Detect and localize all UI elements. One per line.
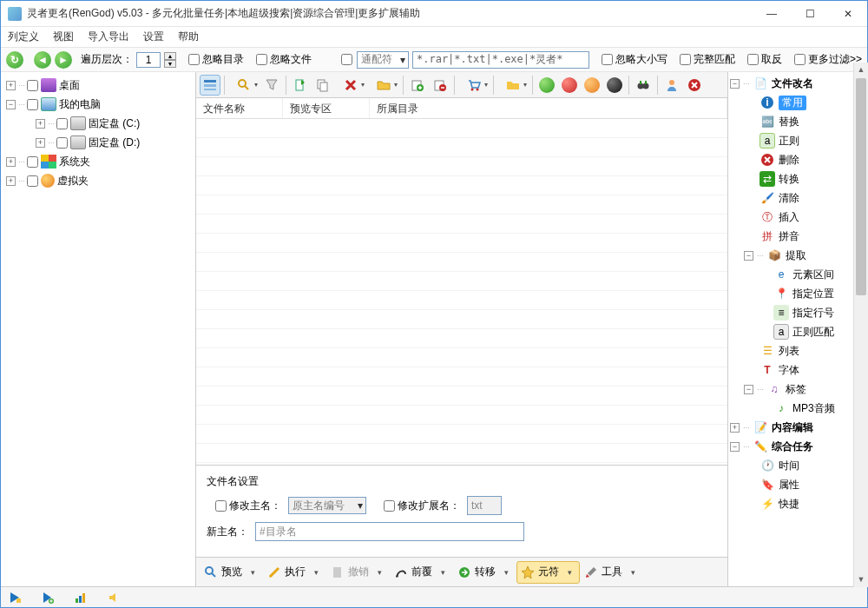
rp-font[interactable]: T字体	[730, 360, 865, 380]
tree-disk-d[interactable]: +⋯固定盘 (D:)	[3, 133, 194, 152]
rp-clear[interactable]: 🖌️清除	[730, 188, 865, 208]
tree-disk-c[interactable]: +⋯固定盘 (C:)	[3, 114, 194, 133]
minimize-button[interactable]: —	[760, 5, 784, 23]
rp-convert[interactable]: ⇄转换	[730, 169, 865, 188]
rp-common[interactable]: i常用	[730, 93, 865, 112]
ext-input[interactable]	[467, 496, 502, 515]
task-tree[interactable]: −⋯📄文件改名 i常用 🔤替换 a正则 删除 ⇄转换 🖌️清除 Ⓣ插入 拼拼音 …	[728, 72, 867, 586]
remove-button[interactable]	[430, 75, 450, 96]
rp-insert[interactable]: Ⓣ插入	[730, 208, 865, 227]
maximize-button[interactable]: ☐	[798, 5, 822, 23]
main-name-type-combo[interactable]: 原主名编号	[288, 497, 366, 514]
tree-system[interactable]: +⋯系统夹	[3, 152, 194, 171]
modify-ext-checkbox[interactable]: 修改扩展名：	[384, 499, 460, 513]
search-button[interactable]	[228, 75, 260, 96]
tools-button[interactable]: 工具	[580, 561, 643, 584]
rp-specify-line[interactable]: ≡指定行号	[730, 303, 865, 322]
preview-button[interactable]: 预览	[200, 561, 263, 584]
rp-rename[interactable]: −⋯📄文件改名	[730, 74, 865, 93]
col-preview[interactable]: 预览专区	[283, 98, 370, 118]
meta-button[interactable]: 元符	[516, 561, 580, 584]
wildcard-checkbox[interactable]: 通配符	[341, 51, 409, 69]
nav-forward-button[interactable]: ►	[55, 51, 72, 69]
tree-computer[interactable]: −⋯我的电脑	[3, 95, 194, 114]
error-button[interactable]	[684, 75, 705, 96]
menu-view[interactable]: 视图	[53, 30, 74, 44]
rp-shortcut[interactable]: ⚡快捷	[730, 494, 865, 513]
invert-checkbox[interactable]: 取反	[747, 52, 782, 67]
rp-delete[interactable]: 删除	[730, 150, 865, 169]
stop-button[interactable]	[559, 75, 580, 96]
rp-regex-match[interactable]: a正则匹配	[730, 322, 865, 341]
menu-columns[interactable]: 列定义	[8, 30, 39, 44]
rp-attr[interactable]: 🔖属性	[730, 475, 865, 494]
rp-mp3[interactable]: ♪MP3音频	[730, 399, 865, 418]
rp-list[interactable]: ☰列表	[730, 341, 865, 360]
svg-text:i: i	[766, 96, 768, 109]
col-filename[interactable]: 文件名称	[196, 98, 283, 118]
pause-button[interactable]	[582, 75, 602, 96]
copy-button[interactable]	[312, 75, 333, 96]
rp-element-range[interactable]: e元素区间	[730, 265, 865, 284]
svg-rect-0	[204, 80, 216, 83]
rp-regex[interactable]: a正则	[730, 131, 865, 150]
svg-line-4	[245, 86, 248, 89]
col-dir[interactable]: 所属目录	[370, 98, 727, 118]
delete-button[interactable]	[335, 75, 366, 96]
rp-pinyin[interactable]: 拼拼音	[730, 227, 865, 246]
export-button[interactable]	[290, 75, 311, 96]
binoculars-button[interactable]	[633, 75, 654, 96]
rp-composite[interactable]: −⋯✏️综合任务	[730, 437, 865, 456]
ignore-dir-checkbox[interactable]: 忽略目录	[188, 52, 244, 67]
rp-content-edit[interactable]: +⋯📝内容编辑	[730, 418, 865, 437]
rp-tag[interactable]: −⋯♫标签	[730, 380, 865, 399]
sb-sound-icon[interactable]	[107, 591, 121, 605]
sb-play-icon[interactable]	[8, 591, 22, 605]
sb-play-add-icon[interactable]	[41, 591, 55, 605]
scrollbar-thumb[interactable]	[856, 78, 866, 295]
view-list-button[interactable]	[200, 75, 220, 96]
undo-button[interactable]: 撤销	[326, 561, 390, 584]
scrollbar-vertical[interactable]: ▲ ▼	[853, 63, 868, 587]
menu-help[interactable]: 帮助	[178, 30, 199, 44]
go-button[interactable]	[536, 75, 557, 96]
tree-virtual[interactable]: +⋯虚拟夹	[3, 171, 194, 190]
user-button[interactable]	[661, 75, 682, 96]
menu-import-export[interactable]: 导入导出	[88, 30, 129, 44]
new-main-label: 新主名：	[207, 525, 248, 539]
rp-replace[interactable]: 🔤替换	[730, 112, 865, 131]
cart-button[interactable]	[458, 75, 490, 96]
add-button[interactable]	[407, 75, 428, 96]
ignore-file-checkbox[interactable]: 忽略文件	[256, 52, 312, 67]
open-folder-button[interactable]	[368, 75, 399, 96]
filter-pattern-input[interactable]	[412, 51, 589, 69]
forward-button[interactable]: 前覆	[390, 561, 453, 584]
refresh-button[interactable]: ↻	[6, 51, 23, 69]
rp-time[interactable]: 🕐时间	[730, 456, 865, 475]
rp-specify-pos[interactable]: 📍指定位置	[730, 284, 865, 303]
rp-extract[interactable]: −⋯📦提取	[730, 246, 865, 265]
close-button[interactable]: ✕	[836, 5, 860, 23]
filter-clear-button[interactable]	[261, 75, 282, 96]
app-icon	[8, 7, 22, 21]
more-filter-checkbox[interactable]: 更多过滤>>	[794, 52, 862, 67]
record-button[interactable]	[604, 75, 625, 96]
menu-settings[interactable]: 设置	[143, 30, 164, 44]
depth-spinner[interactable]: ▲▼	[164, 52, 176, 68]
full-match-checkbox[interactable]: 完整匹配	[680, 52, 735, 67]
folder-action-button[interactable]	[497, 75, 529, 96]
ignore-case-checkbox[interactable]: 忽略大小写	[602, 52, 667, 67]
svg-rect-31	[82, 593, 85, 603]
execute-button[interactable]: 执行	[263, 561, 326, 584]
depth-input[interactable]	[136, 52, 161, 68]
new-main-input[interactable]	[255, 522, 524, 541]
svg-point-20	[206, 567, 213, 574]
svg-rect-27	[16, 598, 21, 603]
sb-chart-icon[interactable]	[74, 591, 88, 605]
folder-tree[interactable]: +⋯桌面 −⋯我的电脑 +⋯固定盘 (C:) +⋯固定盘 (D:) +⋯系统夹 …	[1, 72, 196, 586]
tree-desktop[interactable]: +⋯桌面	[3, 76, 194, 95]
nav-back-button[interactable]: ◄	[34, 51, 51, 69]
modify-main-checkbox[interactable]: 修改主名：	[215, 499, 281, 513]
file-grid[interactable]	[196, 119, 727, 465]
move-button[interactable]: 转移	[453, 561, 516, 584]
